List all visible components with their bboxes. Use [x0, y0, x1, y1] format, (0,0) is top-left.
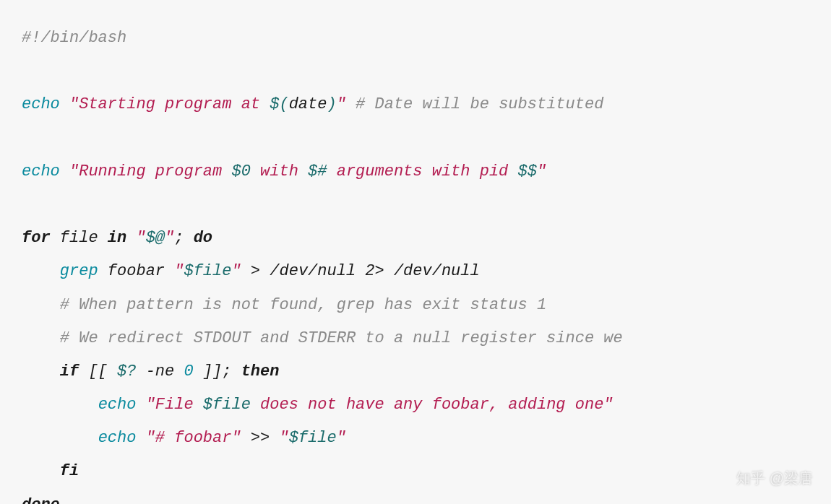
done-keyword: done [22, 496, 60, 504]
code-block: #!/bin/bash echo "Starting program at $(… [22, 22, 809, 504]
redirection: > /dev/null 2> /dev/null [241, 262, 480, 280]
string-literal: " [165, 229, 174, 247]
watermark: 知乎 @梁唐 [736, 463, 813, 493]
echo-cmd: echo [22, 162, 60, 181]
comment: # Date will be substituted [346, 95, 603, 113]
semicolon: ; [174, 229, 193, 247]
variable: $? [117, 362, 136, 381]
echo-cmd: echo [98, 396, 137, 414]
for-keyword: for [22, 229, 51, 247]
string-literal: " [537, 162, 546, 181]
bracket: ]]; [194, 362, 241, 381]
cmd-subst-close: ) [327, 95, 336, 113]
number: 0 [184, 362, 193, 381]
string-literal: "Running program [69, 162, 231, 181]
indent [22, 362, 60, 381]
string-literal: " [337, 95, 346, 113]
comment: # When pattern is not found, grep has ex… [60, 296, 546, 314]
in-keyword: in [108, 229, 126, 247]
string-literal: arguments with pid [327, 162, 517, 181]
operator: -ne [136, 362, 184, 381]
string-literal: " [126, 229, 145, 247]
string-literal: " [279, 429, 288, 447]
string-literal: " [231, 262, 241, 280]
comment: # We redirect STDOUT and STDERR to a nul… [60, 329, 632, 347]
if-keyword: if [60, 362, 79, 381]
variable: $0 [231, 162, 250, 181]
string-literal: does not have any foobar, adding one" [251, 396, 613, 414]
variable: $file [289, 429, 337, 447]
indent [22, 262, 60, 280]
variable: $$ [518, 162, 537, 181]
shebang-comment: #!/bin/bash [22, 29, 126, 47]
indent [22, 462, 60, 480]
redirection: >> [241, 429, 280, 447]
string-literal: "File [136, 396, 202, 414]
indent [22, 396, 98, 414]
indent [22, 429, 98, 447]
fi-keyword: fi [60, 462, 79, 480]
variable: $# [308, 162, 327, 181]
string-literal: " [174, 262, 184, 280]
echo-cmd: echo [98, 429, 137, 447]
argument: foobar [98, 262, 175, 280]
string-literal: "# foobar" [136, 429, 241, 447]
indent [22, 329, 60, 347]
bracket: [[ [79, 362, 117, 381]
string-literal: " [337, 429, 346, 447]
echo-cmd: echo [22, 95, 60, 113]
variable: $file [203, 396, 251, 414]
grep-cmd: grep [60, 262, 98, 280]
string-literal: "Starting program at [69, 95, 270, 113]
then-keyword: then [241, 362, 280, 381]
variable: $file [184, 262, 231, 280]
cmd-subst-open: $( [270, 95, 288, 113]
variable-name: file [51, 229, 108, 247]
variable: $@ [146, 229, 165, 247]
string-literal: with [251, 162, 308, 181]
date-cmd: date [289, 95, 327, 113]
indent [22, 296, 60, 314]
do-keyword: do [194, 229, 212, 247]
